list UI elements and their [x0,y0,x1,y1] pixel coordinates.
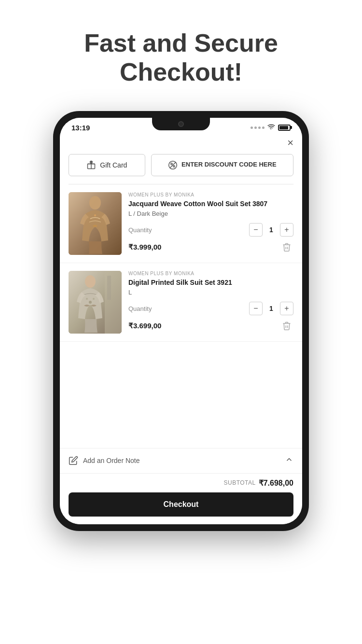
battery-icon [278,125,291,131]
order-note-row[interactable]: Add an Order Note [60,448,302,474]
product-img-placeholder-1 [69,192,122,255]
close-button[interactable]: × [287,138,293,148]
qty-decrease-1[interactable]: − [249,223,263,237]
svg-rect-11 [107,276,111,300]
status-time: 13:19 [71,124,90,132]
chevron-up-icon [285,455,293,466]
quantity-label-2: Quantity [128,305,152,312]
svg-point-2 [171,163,172,164]
product-image-1 [69,192,122,255]
product-variant-1: L / Dark Beige [128,210,293,217]
delete-item-1[interactable] [280,240,293,254]
product-name-1: Jacquard Weave Cotton Wool Suit Set 3807 [128,199,293,209]
notch [152,118,210,130]
wifi-icon [267,124,275,131]
product-price-1: ₹3.999,00 [128,243,161,252]
product-price-2: ₹3.699,00 [128,322,161,330]
gift-card-button[interactable]: Gift Card [69,154,145,176]
checkout-button[interactable]: Checkout [69,492,293,517]
qty-decrease-2[interactable]: − [249,302,263,315]
subtotal-label: SUBTOTAL [223,479,255,486]
quantity-controls-1: − 1 + [249,223,293,237]
qty-value-1: 1 [267,226,275,234]
discount-button[interactable]: ENTER DISCOUNT CODE HERE [151,154,293,176]
product-details-1: WOMEN PLUS BY MONIKA Jacquard Weave Cott… [128,192,293,255]
product-details-2: WOMEN PLUS BY MONIKA Digital Printed Sil… [128,271,293,334]
subtotal-row: SUBTOTAL ₹7.698,00 [60,474,302,492]
product-image-2 [69,271,122,334]
qty-increase-1[interactable]: + [280,223,293,237]
trash-icon-2 [282,321,292,331]
svg-point-12 [85,275,96,288]
discount-icon [168,160,178,170]
svg-point-15 [89,301,92,304]
quantity-label-1: Quantity [128,226,152,234]
price-delete-row-1: ₹3.999,00 [128,240,293,254]
discount-label: ENTER DISCOUNT CODE HERE [181,161,276,169]
order-note-left: Add an Order Note [69,456,140,465]
product-img-placeholder-2 [69,271,122,334]
svg-point-7 [89,196,101,210]
close-row: × [60,134,302,150]
svg-point-13 [86,298,88,300]
trash-icon-1 [282,242,292,252]
status-bar: 13:19 [60,118,302,134]
phone-frame: 13:19 [53,111,309,531]
delete-item-2[interactable] [280,319,293,333]
bottom-bar: Add an Order Note SUBTOTAL ₹7.698,00 Che… [60,448,302,524]
svg-point-8 [94,214,96,216]
signal-dots [251,126,265,129]
product-brand-1: WOMEN PLUS BY MONIKA [128,192,293,197]
quantity-row-2: Quantity − 1 + [128,302,293,315]
action-buttons: Gift Card ENTER DISCOUNT CODE HERE [60,150,302,184]
cart-items: WOMEN PLUS BY MONIKA Jacquard Weave Cott… [60,184,302,448]
gift-card-label: Gift Card [100,161,127,169]
cart-item: WOMEN PLUS BY MONIKA Jacquard Weave Cott… [60,184,302,263]
product-variant-2: L [128,289,293,296]
product-brand-2: WOMEN PLUS BY MONIKA [128,271,293,276]
price-delete-row-2: ₹3.699,00 [128,319,293,333]
page-heading: Fast and Secure Checkout! [65,29,297,87]
notch-camera [178,121,184,127]
subtotal-value: ₹7.698,00 [259,478,293,488]
svg-point-3 [173,165,175,167]
gift-icon [86,160,96,170]
status-icons [251,124,291,131]
product-name-2: Digital Printed Silk Suit Set 3921 [128,278,293,287]
cart-item-2: WOMEN PLUS BY MONIKA Digital Printed Sil… [60,263,302,342]
order-note-label: Add an Order Note [83,457,140,464]
svg-point-14 [93,298,95,300]
qty-increase-2[interactable]: + [280,302,293,315]
phone-screen: 13:19 [60,118,302,524]
edit-icon [69,456,78,465]
quantity-controls-2: − 1 + [249,302,293,315]
qty-value-2: 1 [267,305,275,312]
quantity-row-1: Quantity − 1 + [128,223,293,237]
checkout-btn-row: Checkout [60,492,302,524]
